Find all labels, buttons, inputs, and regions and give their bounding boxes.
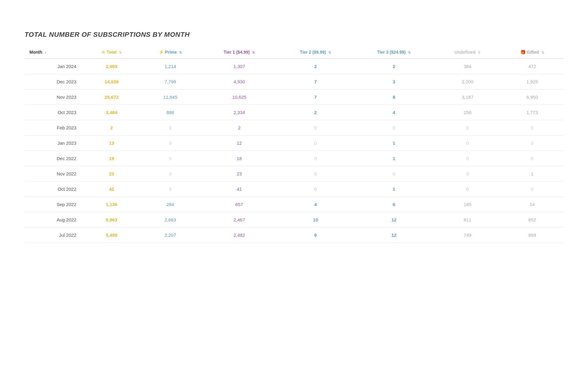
- table-row: Oct 20233,4848882,334242561,773: [24, 105, 564, 120]
- cell-3-4: 2: [277, 105, 354, 120]
- table-row: Nov 202325,67211,84510,625783,1876,950: [24, 90, 564, 105]
- cell-11-7: 899: [501, 228, 564, 243]
- cell-11-0: Jul 2022: [24, 228, 84, 243]
- cell-10-4: 10: [277, 212, 354, 228]
- cell-5-4: 0: [277, 136, 354, 151]
- cell-1-4: 7: [277, 74, 354, 90]
- cell-0-5: 2: [354, 59, 434, 74]
- cell-5-6: 0: [434, 136, 501, 151]
- cell-8-2: 0: [139, 182, 201, 197]
- cell-0-2: 1,214: [139, 59, 201, 74]
- table-row: Dec 202314,9397,7994,930732,2001,925: [24, 74, 564, 90]
- cell-10-5: 12: [354, 212, 434, 228]
- cell-7-1: 23: [84, 166, 139, 182]
- cell-6-2: 0: [139, 151, 201, 166]
- cell-6-1: 19: [84, 151, 139, 166]
- cell-0-0: Jan 2024: [24, 59, 84, 74]
- col-header-total[interactable]: ☆ Total ⇅: [84, 46, 139, 59]
- cell-8-7: 0: [501, 182, 564, 197]
- cell-0-4: 2: [277, 59, 354, 74]
- cell-1-7: 1,925: [501, 74, 564, 90]
- cell-8-3: 41: [201, 182, 277, 197]
- cell-8-6: 0: [434, 182, 501, 197]
- cell-1-5: 3: [354, 74, 434, 90]
- cell-2-6: 3,187: [434, 90, 501, 105]
- cell-1-1: 14,939: [84, 74, 139, 90]
- cell-0-7: 472: [501, 59, 564, 74]
- col-header-gifted[interactable]: 🎁 Gifted ⇅: [501, 46, 564, 59]
- cell-10-6: 811: [434, 212, 501, 228]
- cell-9-6: 185: [434, 197, 501, 212]
- cell-2-4: 7: [277, 90, 354, 105]
- sort-icon-undefined: ⇅: [478, 51, 481, 55]
- sort-icon-tier3: ⇅: [408, 51, 411, 55]
- col-header-tier1[interactable]: Tier 1 ($4.99) ⇅: [201, 46, 277, 59]
- cell-6-3: 18: [201, 151, 277, 166]
- cell-4-6: 0: [434, 120, 501, 136]
- table-row: Feb 20232020000: [24, 120, 564, 136]
- cell-8-5: 1: [354, 182, 434, 197]
- cell-3-5: 4: [354, 105, 434, 120]
- month-label: Month: [29, 50, 42, 55]
- tier1-label: Tier 1 ($4.99): [224, 50, 250, 55]
- cell-3-1: 3,484: [84, 105, 139, 120]
- cell-10-7: 852: [501, 212, 564, 228]
- gifted-label: Gifted: [527, 50, 539, 55]
- cell-2-1: 25,672: [84, 90, 139, 105]
- cell-0-3: 1,307: [201, 59, 277, 74]
- cell-3-3: 2,334: [201, 105, 277, 120]
- star-icon: ☆: [101, 50, 105, 55]
- cell-1-3: 4,930: [201, 74, 277, 90]
- cell-10-1: 5,963: [84, 212, 139, 228]
- sort-icon-tier1: ⇅: [252, 51, 255, 55]
- table-row: Dec 2022190180100: [24, 151, 564, 166]
- cell-2-7: 6,950: [501, 90, 564, 105]
- cell-1-2: 7,799: [139, 74, 201, 90]
- cell-8-0: Oct 2022: [24, 182, 84, 197]
- table-row: Nov 2022230230001: [24, 166, 564, 182]
- col-header-month[interactable]: Month ↕: [24, 46, 84, 59]
- cell-4-3: 2: [201, 120, 277, 136]
- cell-10-2: 2,663: [139, 212, 201, 228]
- cell-7-4: 0: [277, 166, 354, 182]
- col-header-tier3[interactable]: Tier 3 ($24.99) ⇅: [354, 46, 434, 59]
- cell-5-1: 13: [84, 136, 139, 151]
- col-header-prime[interactable]: ⚡ Prime ⇅: [139, 46, 201, 59]
- table-header-row: Month ↕ ☆ Total ⇅ ⚡ Prime ⇅ Tier 1 ($4.9…: [24, 46, 564, 59]
- col-header-undefined[interactable]: Undefined ⇅: [434, 46, 501, 59]
- table-row: Aug 20225,9632,6632,4671012811852: [24, 212, 564, 228]
- cell-4-7: 0: [501, 120, 564, 136]
- cell-4-4: 0: [277, 120, 354, 136]
- cell-3-7: 1,773: [501, 105, 564, 120]
- cell-9-4: 4: [277, 197, 354, 212]
- col-header-tier2[interactable]: Tier 2 ($9.99) ⇅: [277, 46, 354, 59]
- sort-icon-gifted: ⇅: [541, 51, 544, 55]
- cell-11-6: 749: [434, 228, 501, 243]
- cell-0-6: 384: [434, 59, 501, 74]
- cell-11-2: 2,207: [139, 228, 201, 243]
- cell-6-5: 1: [354, 151, 434, 166]
- sort-icon-prime: ⇅: [179, 51, 182, 55]
- cell-2-0: Nov 2023: [24, 90, 84, 105]
- cell-9-1: 1,136: [84, 197, 139, 212]
- cell-0-1: 2,909: [84, 59, 139, 74]
- cell-6-0: Dec 2022: [24, 151, 84, 166]
- cell-8-4: 0: [277, 182, 354, 197]
- cell-4-0: Feb 2023: [24, 120, 84, 136]
- table-row: Jul 20225,4592,2072,482912749899: [24, 228, 564, 243]
- cell-2-3: 10,625: [201, 90, 277, 105]
- cell-5-0: Jan 2023: [24, 136, 84, 151]
- cell-11-4: 9: [277, 228, 354, 243]
- cell-9-5: 6: [354, 197, 434, 212]
- cell-9-3: 657: [201, 197, 277, 212]
- subscriptions-table: Month ↕ ☆ Total ⇅ ⚡ Prime ⇅ Tier 1 ($4.9…: [24, 46, 564, 243]
- cell-11-3: 2,482: [201, 228, 277, 243]
- cell-2-5: 8: [354, 90, 434, 105]
- cell-5-2: 0: [139, 136, 201, 151]
- cell-3-6: 256: [434, 105, 501, 120]
- cell-9-2: 284: [139, 197, 201, 212]
- table-row: Jan 20242,9091,2141,30722384472: [24, 59, 564, 74]
- cell-7-3: 23: [201, 166, 277, 182]
- undefined-label: Undefined: [454, 50, 475, 55]
- sort-icon-total: ⇅: [119, 51, 122, 55]
